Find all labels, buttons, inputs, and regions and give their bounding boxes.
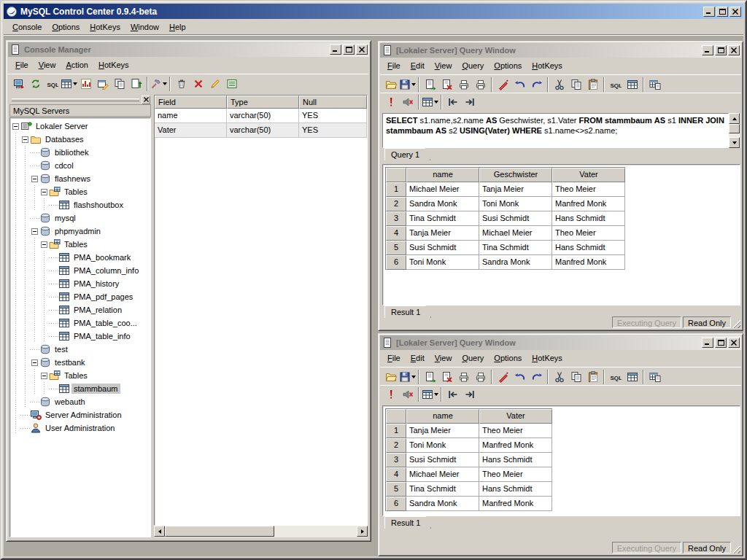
grid-cell[interactable]: Michael Meier — [406, 467, 479, 482]
dock-grip[interactable] — [9, 95, 151, 104]
execute-button[interactable] — [382, 94, 399, 110]
next-resultset-button[interactable] — [461, 94, 478, 110]
copy-resultset-button[interactable] — [646, 77, 663, 93]
grid-cell[interactable]: Hans Schmidt — [479, 453, 552, 467]
collapse-icon[interactable] — [39, 238, 49, 251]
main-menu-hotkeys[interactable]: HotKeys — [85, 20, 125, 34]
tree-item-pma-table-coo[interactable]: PMA_table_coo... — [11, 316, 150, 330]
row-number[interactable]: 6 — [386, 255, 406, 270]
paste-button[interactable] — [584, 369, 601, 385]
query2-menu-options[interactable]: Options — [489, 351, 527, 365]
query-window-1-titlebar[interactable]: [Lokaler Server] Query Window — [380, 43, 741, 58]
column-header-vater[interactable]: Vater — [552, 168, 625, 182]
scrollbar-thumb[interactable] — [165, 526, 274, 537]
row-number[interactable]: 5 — [386, 482, 406, 497]
scroll-left-button[interactable] — [154, 526, 165, 537]
maximize-button[interactable] — [715, 45, 727, 55]
column-header-field[interactable]: Field — [155, 96, 227, 109]
tree-item-tables[interactable]: Tables — [11, 238, 150, 251]
minimize-button[interactable] — [330, 44, 341, 55]
grid-cell[interactable]: Hans Schmidt — [552, 241, 625, 255]
result-grid-button[interactable] — [624, 369, 640, 385]
edit-table-button[interactable] — [94, 76, 111, 92]
tree-item-flashnews[interactable]: flashnews — [11, 172, 150, 185]
register-server-button[interactable] — [10, 76, 27, 92]
console-manager-titlebar[interactable]: Console Manager — [8, 42, 369, 57]
row-number[interactable]: 1 — [386, 424, 406, 438]
field-row[interactable]: Vatervarchar(50)YES — [155, 123, 367, 138]
tree-item-mysql[interactable]: mysql — [11, 211, 150, 225]
grid-cell[interactable]: Susi Schmidt — [406, 241, 479, 255]
grid-cell[interactable]: Toni Monk — [406, 255, 479, 270]
scroll-down-button[interactable] — [729, 137, 740, 148]
open-button[interactable] — [382, 369, 399, 385]
row-number[interactable]: 1 — [386, 182, 406, 197]
tree-item-bibliothek[interactable]: bibliothek — [11, 146, 150, 159]
discard-button[interactable] — [438, 369, 455, 385]
query2-menu-file[interactable]: File — [382, 351, 406, 365]
grid-cell[interactable]: Susi Schmidt — [406, 453, 479, 467]
grid-cell[interactable]: Hans Schmidt — [479, 482, 552, 497]
close-button[interactable] — [729, 7, 741, 17]
query2-menu-hotkeys[interactable]: HotKeys — [527, 351, 568, 365]
grid-cell[interactable]: Manfred Monk — [479, 497, 552, 511]
field-cell[interactable]: varchar(50) — [227, 123, 299, 138]
main-menu-help[interactable]: Help — [164, 20, 191, 34]
copy-button[interactable] — [568, 77, 584, 93]
tree-item-stammbaum[interactable]: stammbaum — [11, 382, 150, 395]
column-header-type[interactable]: Type — [227, 96, 299, 109]
row-number[interactable]: 3 — [386, 211, 406, 226]
admin-tools-button[interactable] — [150, 76, 167, 92]
grid-cell[interactable]: Tina Schmidt — [406, 482, 479, 497]
collapse-icon[interactable] — [30, 172, 39, 185]
tree-item-pma-table-info[interactable]: PMA_table_info — [11, 330, 150, 343]
flush-button[interactable] — [223, 76, 240, 92]
minimize-button[interactable] — [702, 45, 713, 55]
open-button[interactable] — [382, 77, 399, 93]
statistics-button[interactable] — [77, 76, 94, 92]
dropdown-arrow-icon[interactable] — [162, 77, 168, 91]
console-menu-action[interactable]: Action — [61, 58, 93, 71]
dropdown-arrow-icon[interactable] — [411, 77, 417, 92]
result-grid-button[interactable] — [624, 77, 640, 93]
copy-button[interactable] — [568, 369, 584, 385]
refresh-button[interactable] — [27, 76, 44, 92]
new-table-button[interactable] — [61, 76, 77, 92]
tree-item-pma-history[interactable]: PMA_history — [11, 277, 150, 290]
stop-button[interactable] — [399, 386, 416, 402]
maximize-button[interactable] — [343, 44, 355, 55]
grid-cell[interactable]: Tina Schmidt — [479, 241, 552, 255]
tree-item-server-administration[interactable]: Server Administration — [11, 408, 150, 421]
stop-button[interactable] — [399, 94, 416, 110]
query1-menu-edit[interactable]: Edit — [406, 59, 430, 72]
console-menu-file[interactable]: File — [10, 58, 34, 71]
row-number[interactable]: 4 — [386, 467, 406, 482]
query2-menu-edit[interactable]: Edit — [406, 351, 430, 365]
sql-templates-button[interactable]: SQL — [607, 369, 624, 385]
undo-button[interactable] — [511, 77, 528, 93]
highlight-button[interactable] — [495, 369, 511, 385]
sql-templates-button[interactable]: SQL — [607, 77, 624, 93]
grid-cell[interactable]: Theo Meier — [479, 467, 552, 482]
grid-cell[interactable]: Theo Meier — [552, 182, 625, 197]
sql-editor[interactable]: SELECT s1.name,s2.name AS Geschwister, s… — [382, 113, 729, 148]
grid-cell[interactable]: Tina Schmidt — [406, 211, 479, 226]
next-resultset-button[interactable] — [461, 386, 478, 402]
row-number[interactable]: 3 — [386, 453, 406, 467]
tree-item-tables[interactable]: Tables — [11, 185, 150, 198]
undo-button[interactable] — [511, 369, 528, 385]
tree-item-databases[interactable]: Databases — [11, 133, 150, 146]
sql-window-button[interactable]: SQL — [44, 76, 61, 92]
grid-cell[interactable]: Theo Meier — [552, 226, 625, 241]
rename-button[interactable] — [206, 76, 223, 92]
column-header-null[interactable]: Null — [299, 96, 367, 109]
grid-corner[interactable] — [386, 168, 406, 182]
grid-cell[interactable]: Tanja Meier — [406, 424, 479, 438]
scroll-up-button[interactable] — [729, 113, 740, 124]
tree-item-testbank[interactable]: testbank — [11, 356, 150, 369]
dropdown-arrow-icon[interactable] — [411, 370, 417, 384]
row-number[interactable]: 6 — [386, 497, 406, 511]
grid-cell[interactable]: Sandra Monk — [406, 197, 479, 211]
grid-cell[interactable]: Manfred Monk — [552, 197, 625, 211]
dropdown-arrow-icon[interactable] — [433, 387, 439, 402]
